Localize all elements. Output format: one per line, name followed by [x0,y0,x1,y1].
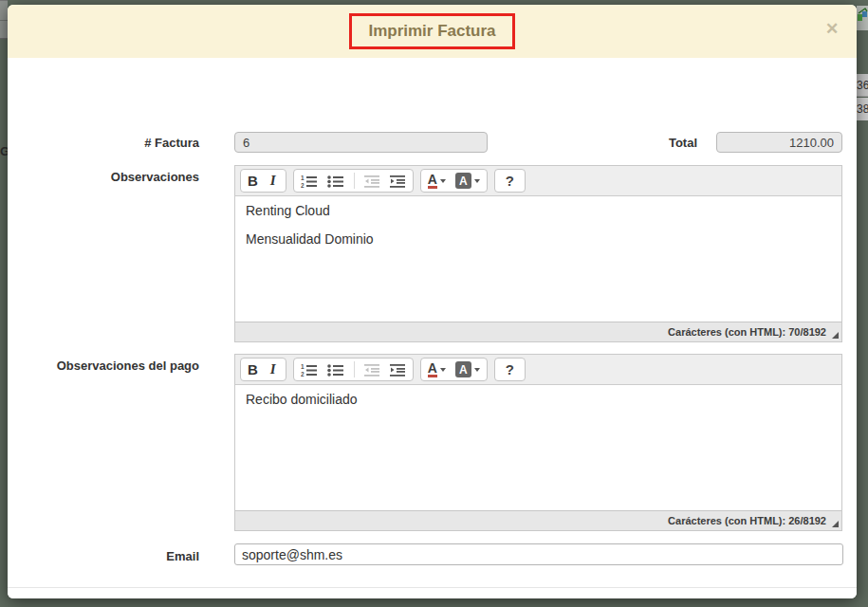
annotation-red-box: Imprimir Factura [349,13,514,49]
format-group: B I [240,169,286,193]
color-group: A A [420,358,488,381]
pago-content[interactable]: Recibo domiciliado [235,384,841,510]
imprimir-factura-dialog: Imprimir Factura ✕ # Factura Total Obser… [8,5,857,598]
background-row-fragment: 36 [857,74,868,97]
color-group: A A [420,169,488,193]
background-color-button[interactable]: A [455,359,480,380]
svg-text:1: 1 [301,175,305,181]
bullet-list-icon[interactable] [327,359,344,380]
outdent-icon[interactable] [364,359,380,380]
help-button[interactable]: ? [502,170,518,192]
email-input[interactable] [234,543,843,565]
character-count: Carácteres (con HTML): 70/8192 [668,326,826,338]
factura-input[interactable] [234,132,488,153]
character-count: Carácteres (con HTML): 26/8192 [668,515,826,526]
background-color-button[interactable]: A [455,170,480,192]
svg-text:1: 1 [301,363,305,370]
text-line: Mensualidad Dominio [246,231,831,248]
factura-label: # Factura [8,133,199,154]
text-color-button[interactable]: A [428,359,446,380]
observaciones-content[interactable]: Renting Cloud Mensualidad Dominio [235,195,841,322]
dialog-title: Imprimir Factura [368,22,495,40]
italic-button[interactable]: I [268,170,279,192]
indent-icon[interactable] [390,170,406,192]
indent-icon[interactable] [390,359,406,380]
pago-label: Observaciones del pago [8,359,199,373]
svg-text:2: 2 [301,181,305,188]
numbered-list-icon[interactable]: 12 [301,170,318,192]
toolbar-separator [354,361,355,377]
rte-statusbar: Carácteres (con HTML): 70/8192 [235,322,841,341]
total-label: Total [506,133,697,154]
numbered-list-icon[interactable]: 12 [301,359,318,380]
outdent-icon[interactable] [364,170,380,192]
italic-button[interactable]: I [268,359,279,380]
bold-button[interactable]: B [248,170,258,192]
help-button[interactable]: ? [502,359,518,380]
background-page-fragment [0,0,8,39]
background-toolbar-fragment [857,6,868,30]
observaciones-editor: B I 12 [234,165,842,342]
bold-button[interactable]: B [248,359,258,380]
format-group: B I [240,358,286,381]
dialog-body: # Factura Total Observaciones B I 12 [8,58,857,598]
text-line: Recibo domiciliado [246,392,831,408]
list-group: 12 [293,358,414,381]
text-color-button[interactable]: A [428,170,446,192]
close-icon[interactable]: ✕ [822,20,841,39]
rte-statusbar: Carácteres (con HTML): 26/8192 [235,510,841,530]
help-group: ? [494,169,526,193]
svg-text:2: 2 [301,370,305,377]
rte-toolbar: B I 12 [235,166,841,195]
background-row-fragment: 38 [857,98,868,120]
resize-handle-icon[interactable] [832,332,839,339]
help-group: ? [494,358,526,381]
list-group: 12 [293,169,414,193]
bullet-list-icon[interactable] [327,170,344,192]
observaciones-label: Observaciones [8,170,199,184]
chevron-down-icon [440,368,446,372]
dialog-header: Imprimir Factura ✕ [8,5,857,58]
chevron-down-icon [440,179,446,183]
chevron-down-icon [474,179,480,183]
pago-editor: B I 12 [234,354,842,531]
footer-divider [8,587,857,588]
text-line: Renting Cloud [246,203,831,219]
toolbar-separator [354,173,355,189]
total-input[interactable] [716,132,842,153]
email-label: Email [8,545,199,567]
resize-handle-icon[interactable] [832,521,839,527]
chevron-down-icon [474,368,480,372]
chart-icon [857,6,868,30]
rte-toolbar: B I 12 [235,355,841,384]
